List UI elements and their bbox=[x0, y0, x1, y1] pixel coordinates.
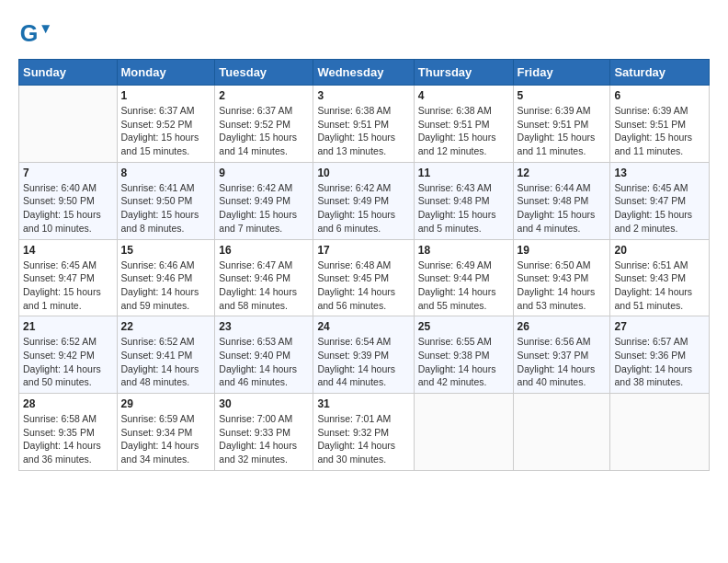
day-number: 28 bbox=[23, 397, 113, 410]
calendar-week-row: 7Sunrise: 6:40 AM Sunset: 9:50 PM Daylig… bbox=[19, 162, 710, 239]
day-number: 2 bbox=[219, 89, 309, 102]
calendar-day-cell: 29Sunrise: 6:59 AM Sunset: 9:34 PM Dayli… bbox=[117, 394, 215, 471]
page-header: G bbox=[18, 18, 710, 52]
day-number: 21 bbox=[23, 320, 113, 333]
calendar-day-cell bbox=[513, 394, 610, 471]
day-number: 9 bbox=[219, 167, 309, 179]
calendar-day-cell: 21Sunrise: 6:52 AM Sunset: 9:42 PM Dayli… bbox=[19, 316, 118, 394]
day-number: 12 bbox=[518, 167, 607, 179]
svg-marker-1 bbox=[41, 25, 50, 33]
day-number: 23 bbox=[219, 320, 309, 333]
calendar-week-row: 1Sunrise: 6:37 AM Sunset: 9:52 PM Daylig… bbox=[19, 86, 710, 163]
day-number: 6 bbox=[614, 89, 705, 102]
day-of-week-header: Thursday bbox=[414, 60, 513, 86]
day-number: 8 bbox=[121, 167, 211, 179]
day-info: Sunrise: 6:38 AM Sunset: 9:51 PM Dayligh… bbox=[418, 104, 509, 158]
calendar-header-row: SundayMondayTuesdayWednesdayThursdayFrid… bbox=[19, 60, 710, 86]
calendar-day-cell: 31Sunrise: 7:01 AM Sunset: 9:32 PM Dayli… bbox=[313, 394, 414, 471]
day-number: 15 bbox=[121, 244, 211, 257]
calendar-day-cell bbox=[414, 394, 513, 471]
logo-icon: G bbox=[18, 18, 51, 52]
calendar-day-cell: 9Sunrise: 6:42 AM Sunset: 9:49 PM Daylig… bbox=[215, 162, 313, 239]
calendar-day-cell: 17Sunrise: 6:48 AM Sunset: 9:45 PM Dayli… bbox=[313, 239, 414, 316]
day-number: 17 bbox=[317, 244, 409, 257]
calendar-day-cell: 14Sunrise: 6:45 AM Sunset: 9:47 PM Dayli… bbox=[19, 239, 118, 316]
day-number: 4 bbox=[418, 89, 509, 102]
day-number: 3 bbox=[317, 89, 409, 102]
calendar-day-cell: 28Sunrise: 6:58 AM Sunset: 9:35 PM Dayli… bbox=[19, 394, 118, 471]
day-info: Sunrise: 6:55 AM Sunset: 9:38 PM Dayligh… bbox=[418, 335, 509, 389]
day-info: Sunrise: 6:44 AM Sunset: 9:48 PM Dayligh… bbox=[518, 181, 607, 236]
day-number: 30 bbox=[219, 397, 309, 410]
day-info: Sunrise: 6:42 AM Sunset: 9:49 PM Dayligh… bbox=[219, 181, 309, 236]
day-of-week-header: Wednesday bbox=[313, 60, 414, 86]
day-info: Sunrise: 6:47 AM Sunset: 9:46 PM Dayligh… bbox=[219, 259, 309, 313]
day-info: Sunrise: 6:39 AM Sunset: 9:51 PM Dayligh… bbox=[614, 104, 705, 158]
day-info: Sunrise: 6:48 AM Sunset: 9:45 PM Dayligh… bbox=[317, 259, 409, 313]
day-number: 18 bbox=[418, 244, 509, 257]
calendar-day-cell: 13Sunrise: 6:45 AM Sunset: 9:47 PM Dayli… bbox=[610, 162, 710, 239]
calendar-day-cell: 23Sunrise: 6:53 AM Sunset: 9:40 PM Dayli… bbox=[215, 316, 313, 394]
calendar-day-cell: 16Sunrise: 6:47 AM Sunset: 9:46 PM Dayli… bbox=[215, 239, 313, 316]
day-number: 24 bbox=[317, 320, 409, 333]
day-number: 7 bbox=[23, 167, 113, 179]
day-info: Sunrise: 6:49 AM Sunset: 9:44 PM Dayligh… bbox=[418, 259, 509, 313]
calendar-day-cell: 22Sunrise: 6:52 AM Sunset: 9:41 PM Dayli… bbox=[117, 316, 215, 394]
calendar-day-cell: 19Sunrise: 6:50 AM Sunset: 9:43 PM Dayli… bbox=[513, 239, 610, 316]
calendar-day-cell: 20Sunrise: 6:51 AM Sunset: 9:43 PM Dayli… bbox=[610, 239, 710, 316]
calendar-day-cell: 10Sunrise: 6:42 AM Sunset: 9:49 PM Dayli… bbox=[313, 162, 414, 239]
calendar-day-cell bbox=[19, 86, 118, 163]
day-of-week-header: Saturday bbox=[610, 60, 710, 86]
calendar-day-cell: 15Sunrise: 6:46 AM Sunset: 9:46 PM Dayli… bbox=[117, 239, 215, 316]
day-info: Sunrise: 6:42 AM Sunset: 9:49 PM Dayligh… bbox=[317, 181, 409, 236]
day-number: 19 bbox=[518, 244, 607, 257]
day-info: Sunrise: 6:37 AM Sunset: 9:52 PM Dayligh… bbox=[121, 104, 211, 158]
calendar-day-cell: 5Sunrise: 6:39 AM Sunset: 9:51 PM Daylig… bbox=[513, 86, 610, 163]
calendar-week-row: 28Sunrise: 6:58 AM Sunset: 9:35 PM Dayli… bbox=[19, 394, 710, 471]
day-of-week-header: Friday bbox=[513, 60, 610, 86]
calendar-day-cell: 6Sunrise: 6:39 AM Sunset: 9:51 PM Daylig… bbox=[610, 86, 710, 163]
day-info: Sunrise: 6:40 AM Sunset: 9:50 PM Dayligh… bbox=[23, 181, 113, 236]
calendar-day-cell: 2Sunrise: 6:37 AM Sunset: 9:52 PM Daylig… bbox=[215, 86, 313, 163]
day-info: Sunrise: 6:38 AM Sunset: 9:51 PM Dayligh… bbox=[317, 104, 409, 158]
day-info: Sunrise: 6:45 AM Sunset: 9:47 PM Dayligh… bbox=[23, 259, 113, 313]
day-number: 16 bbox=[219, 244, 309, 257]
day-info: Sunrise: 6:43 AM Sunset: 9:48 PM Dayligh… bbox=[418, 181, 509, 236]
day-info: Sunrise: 6:50 AM Sunset: 9:43 PM Dayligh… bbox=[518, 259, 607, 313]
day-number: 20 bbox=[614, 244, 705, 257]
day-number: 22 bbox=[121, 320, 211, 333]
day-number: 25 bbox=[418, 320, 509, 333]
day-number: 31 bbox=[317, 397, 409, 410]
calendar-day-cell: 3Sunrise: 6:38 AM Sunset: 9:51 PM Daylig… bbox=[313, 86, 414, 163]
calendar-table: SundayMondayTuesdayWednesdayThursdayFrid… bbox=[18, 59, 710, 471]
day-of-week-header: Tuesday bbox=[215, 60, 313, 86]
day-number: 26 bbox=[518, 320, 607, 333]
day-info: Sunrise: 6:39 AM Sunset: 9:51 PM Dayligh… bbox=[518, 104, 607, 158]
calendar-day-cell: 30Sunrise: 7:00 AM Sunset: 9:33 PM Dayli… bbox=[215, 394, 313, 471]
calendar-day-cell: 18Sunrise: 6:49 AM Sunset: 9:44 PM Dayli… bbox=[414, 239, 513, 316]
logo: G bbox=[18, 18, 55, 52]
day-info: Sunrise: 6:51 AM Sunset: 9:43 PM Dayligh… bbox=[614, 259, 705, 313]
day-info: Sunrise: 6:37 AM Sunset: 9:52 PM Dayligh… bbox=[219, 104, 309, 158]
day-info: Sunrise: 6:56 AM Sunset: 9:37 PM Dayligh… bbox=[518, 335, 607, 389]
day-info: Sunrise: 6:53 AM Sunset: 9:40 PM Dayligh… bbox=[219, 335, 309, 389]
day-info: Sunrise: 7:00 AM Sunset: 9:33 PM Dayligh… bbox=[219, 412, 309, 466]
day-number: 13 bbox=[614, 167, 705, 179]
calendar-day-cell: 26Sunrise: 6:56 AM Sunset: 9:37 PM Dayli… bbox=[513, 316, 610, 394]
day-info: Sunrise: 6:57 AM Sunset: 9:36 PM Dayligh… bbox=[614, 335, 705, 389]
day-number: 10 bbox=[317, 167, 409, 179]
day-info: Sunrise: 6:52 AM Sunset: 9:42 PM Dayligh… bbox=[23, 335, 113, 389]
day-info: Sunrise: 6:59 AM Sunset: 9:34 PM Dayligh… bbox=[121, 412, 211, 466]
calendar-day-cell: 24Sunrise: 6:54 AM Sunset: 9:39 PM Dayli… bbox=[313, 316, 414, 394]
day-number: 11 bbox=[418, 167, 509, 179]
calendar-day-cell: 11Sunrise: 6:43 AM Sunset: 9:48 PM Dayli… bbox=[414, 162, 513, 239]
calendar-day-cell: 8Sunrise: 6:41 AM Sunset: 9:50 PM Daylig… bbox=[117, 162, 215, 239]
day-of-week-header: Monday bbox=[117, 60, 215, 86]
calendar-day-cell: 4Sunrise: 6:38 AM Sunset: 9:51 PM Daylig… bbox=[414, 86, 513, 163]
calendar-week-row: 14Sunrise: 6:45 AM Sunset: 9:47 PM Dayli… bbox=[19, 239, 710, 316]
day-number: 27 bbox=[614, 320, 705, 333]
calendar-day-cell: 12Sunrise: 6:44 AM Sunset: 9:48 PM Dayli… bbox=[513, 162, 610, 239]
calendar-day-cell: 7Sunrise: 6:40 AM Sunset: 9:50 PM Daylig… bbox=[19, 162, 118, 239]
day-info: Sunrise: 6:46 AM Sunset: 9:46 PM Dayligh… bbox=[121, 259, 211, 313]
day-of-week-header: Sunday bbox=[19, 60, 118, 86]
